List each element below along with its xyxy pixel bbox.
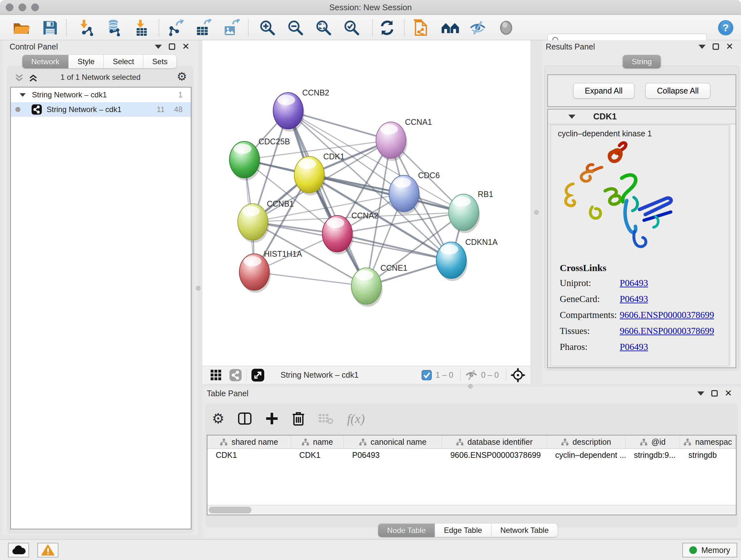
table-options-gear-icon[interactable]: ⚙ [212, 413, 224, 424]
network-row[interactable]: String Network – cdk1 11 48 [11, 102, 191, 117]
crosslink-link[interactable]: P06493 [620, 341, 648, 352]
column-header-name[interactable]: name [291, 435, 344, 449]
column-header-shared-name[interactable]: shared name [207, 435, 291, 449]
column-header-canonical-name[interactable]: canonical name [344, 435, 442, 449]
crosslink-link[interactable]: P06493 [620, 294, 648, 304]
table-cell[interactable]: cyclin–dependent ... [547, 449, 626, 462]
network-node-HIST1H1A[interactable] [239, 254, 271, 293]
collapse-all-button[interactable]: Collapse All [645, 83, 711, 99]
zoom-out-button[interactable] [286, 19, 305, 37]
string-annotation-button[interactable] [412, 19, 431, 37]
entry-expander-icon[interactable] [568, 115, 576, 119]
network-edge[interactable] [337, 234, 451, 260]
left-splitter-handle[interactable] [196, 286, 200, 291]
table-row[interactable]: CDK1CDK1P064939606.ENSP00000378699cyclin… [207, 449, 736, 462]
crosslink-link[interactable]: 9606.ENSP00000378699 [620, 326, 714, 336]
right-splitter-handle[interactable] [534, 210, 539, 214]
table-cell[interactable]: stringdb [680, 449, 736, 462]
network-edge[interactable] [288, 111, 366, 286]
node-result-header[interactable]: CDK1 [548, 110, 736, 124]
panel-menu-icon[interactable] [155, 45, 162, 49]
table-cell[interactable]: P06493 [344, 449, 442, 462]
show-columns-icon[interactable] [238, 412, 252, 426]
collection-expander-icon[interactable] [20, 93, 26, 97]
network-node-CCNB1[interactable] [238, 204, 269, 243]
float-panel-icon[interactable] [711, 390, 718, 396]
add-column-icon[interactable] [265, 412, 279, 425]
tab-style[interactable]: Style [69, 55, 104, 68]
network-edge[interactable] [254, 272, 366, 286]
birdseye-crosshair-icon[interactable] [511, 368, 525, 382]
detach-view-icon[interactable] [251, 368, 265, 382]
table-cell[interactable]: stringdb:9... [625, 449, 680, 462]
float-panel-icon[interactable] [169, 44, 175, 50]
warning-status-button[interactable] [37, 543, 58, 557]
horizontal-splitter-handle[interactable] [468, 384, 473, 388]
scrollbar-thumb[interactable] [209, 507, 252, 513]
tab-network[interactable]: Network [22, 55, 69, 68]
node-label-CCNE1: CCNE1 [381, 263, 408, 272]
delete-column-icon[interactable] [292, 411, 305, 426]
close-panel-icon[interactable]: ✕ [182, 44, 190, 50]
network-node-CCNB2[interactable] [273, 92, 305, 132]
close-panel-icon[interactable]: ✕ [726, 44, 733, 50]
export-table-button[interactable] [194, 19, 212, 37]
tab-string[interactable]: String [623, 55, 661, 68]
protein-structure-image [554, 140, 726, 267]
table-horizontal-scrollbar[interactable] [207, 505, 736, 515]
column-header-database-identifier[interactable]: database identifier [442, 435, 547, 449]
column-header-@id[interactable]: @id [625, 435, 680, 449]
hidden-eye-slash-icon[interactable] [465, 370, 478, 381]
network-share-icon[interactable] [229, 369, 242, 381]
column-header-description[interactable]: description [547, 435, 626, 449]
import-network-database-button[interactable] [104, 19, 123, 37]
tab-select[interactable]: Select [104, 55, 143, 68]
import-table-file-button[interactable] [132, 19, 151, 37]
table-cell[interactable]: 9606.ENSP00000378699 [442, 449, 547, 462]
table-cell[interactable]: CDK1 [291, 449, 344, 462]
zoom-in-button[interactable] [258, 19, 277, 37]
crosslink-link[interactable]: P06493 [620, 278, 648, 288]
cloud-status-button[interactable] [8, 543, 29, 557]
network-node-CDKN1A[interactable] [436, 242, 468, 281]
panel-menu-icon[interactable] [697, 391, 704, 395]
zoom-fit-button[interactable] [314, 19, 333, 37]
network-options-gear-icon[interactable]: ⚙ [177, 71, 187, 82]
float-panel-icon[interactable] [713, 44, 719, 50]
hide-glass-effect-button[interactable] [468, 19, 487, 37]
memory-button[interactable]: Memory [682, 543, 737, 557]
tab-sets[interactable]: Sets [143, 55, 177, 68]
network-node-CDC6[interactable] [389, 175, 420, 214]
node-label-CDC6: CDC6 [418, 171, 440, 180]
tab-node-table[interactable]: Node Table [378, 523, 435, 537]
network-node-RB1[interactable] [449, 194, 480, 233]
tab-edge-table[interactable]: Edge Table [435, 523, 491, 537]
zoom-selected-button[interactable] [342, 19, 361, 37]
network-node-CDK1[interactable] [294, 157, 326, 195]
column-header-namespac[interactable]: namespac [680, 435, 736, 449]
glass-ball-effect-button[interactable] [497, 19, 515, 37]
grid-view-icon[interactable] [210, 369, 222, 381]
crosslink-link[interactable]: 9606.ENSP00000378699 [620, 310, 714, 320]
panel-menu-icon[interactable] [698, 45, 705, 49]
close-panel-icon[interactable]: ✕ [725, 390, 732, 396]
control-panel-title: Control Panel [10, 42, 58, 51]
tab-network-table[interactable]: Network Table [491, 523, 558, 537]
network-canvas[interactable]: CCNB2CCNA1CDC25BCDK1CDC6RB1CCNB1CCNA2CDK… [202, 40, 530, 366]
table-cell[interactable]: CDK1 [207, 449, 291, 462]
selected-checkbox-icon[interactable] [421, 370, 432, 380]
apply-layout-button[interactable] [378, 19, 396, 37]
network-node-CCNA1[interactable] [376, 122, 407, 161]
network-node-CCNE1[interactable] [351, 268, 383, 307]
string-home-button[interactable] [441, 19, 460, 37]
import-network-file-button[interactable] [77, 19, 96, 37]
export-image-button[interactable] [222, 19, 240, 37]
save-session-button[interactable] [41, 19, 59, 37]
export-network-button[interactable] [166, 19, 185, 37]
results-scrollbar[interactable] [730, 125, 736, 366]
help-button[interactable]: ? [717, 19, 735, 37]
expand-all-button[interactable]: Expand All [573, 83, 634, 99]
network-node-CCNA2[interactable] [322, 215, 354, 254]
open-session-button[interactable] [12, 19, 31, 37]
network-collection-row[interactable]: String Network – cdk1 1 [11, 87, 191, 102]
